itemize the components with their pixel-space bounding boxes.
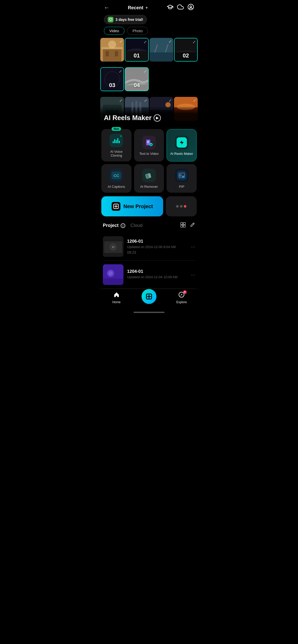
project-more-button[interactable]: ···: [191, 272, 195, 278]
media-cell[interactable]: ⤢: [100, 97, 124, 121]
media-cell[interactable]: 04 ⤢: [125, 67, 148, 91]
project-more-button[interactable]: ···: [191, 244, 195, 250]
project-tab-active[interactable]: Project: [103, 223, 119, 228]
pip-icon: [175, 169, 188, 182]
cell-number: 03: [109, 82, 115, 89]
svg-rect-52: [183, 225, 185, 227]
text-to-video-icon: ✦: [142, 136, 156, 149]
action-row: New Project: [99, 195, 199, 219]
nav-create-button[interactable]: [142, 289, 156, 304]
svg-rect-25: [139, 102, 142, 115]
ai-captions-icon: CC: [110, 169, 123, 182]
expand-icon: ⤢: [119, 39, 122, 44]
feature-grid: New ✦ AI Voice Cloning ✦: [99, 125, 199, 195]
feature-label: AI Voice Cloning: [104, 150, 128, 157]
home-indicator: [134, 312, 164, 313]
project-name: 1206-01: [127, 239, 187, 244]
trial-label: 3 days free trial!: [115, 18, 143, 22]
project-thumbnail: [103, 236, 123, 257]
grid-view-icon[interactable]: [180, 222, 186, 229]
cloud-icon[interactable]: [177, 4, 184, 12]
header-icons-group: [167, 4, 194, 12]
media-grid: ⤢ 01 ⤢ ⤢ 02 ⤢ 03 ⤢ 04 ⤢: [99, 38, 199, 125]
media-cell[interactable]: ⤢: [150, 38, 173, 62]
voice-cloning-icon: ✦: [110, 134, 123, 147]
media-cell[interactable]: ⤢: [125, 97, 148, 121]
new-project-label: New Project: [123, 204, 153, 209]
svg-rect-6: [115, 51, 118, 56]
sparkle-icon: ✦: [120, 135, 122, 138]
media-cell[interactable]: ⤢: [174, 97, 198, 121]
media-cell[interactable]: ⤢: [100, 38, 124, 62]
svg-marker-66: [180, 294, 183, 296]
expand-icon: ⤢: [193, 98, 196, 103]
nav-explore[interactable]: ❤ Explore: [171, 292, 192, 304]
svg-marker-45: [180, 175, 181, 176]
svg-rect-49: [181, 223, 183, 225]
explore-icon-wrap: ❤: [178, 292, 185, 299]
svg-rect-20: [106, 110, 119, 118]
svg-point-60: [109, 271, 113, 275]
filter-tab-photo[interactable]: Photo: [127, 27, 148, 35]
expand-icon: ⤢: [119, 69, 122, 73]
expand-icon: ⤢: [144, 98, 147, 103]
dot-2: [180, 205, 183, 208]
expand-icon: ⤢: [144, 69, 147, 73]
project-name: 1204-01: [127, 269, 187, 274]
media-cell[interactable]: ⤢: [150, 97, 173, 121]
ai-remover-icon: [142, 169, 156, 182]
project-info: 1204-01 Updated on 2024-12-04 10:09 AM: [127, 269, 187, 281]
ai-reels-icon: [175, 136, 188, 149]
feature-label: AI Captions: [108, 185, 125, 189]
svg-rect-27: [150, 110, 173, 121]
project-item[interactable]: 1206-01 Updated on 2024-12-06 8:04 AM 09…: [103, 233, 195, 261]
app-header: ← Recent ▼: [99, 0, 199, 14]
header-title-text: Recent: [128, 5, 143, 11]
svg-point-31: [177, 104, 195, 110]
new-badge: New: [112, 127, 121, 131]
feature-label: Text to Video: [139, 152, 159, 156]
project-info: 1206-01 Updated on 2024-12-06 8:04 AM 09…: [127, 239, 187, 255]
trial-banner[interactable]: 🛡 3 days free trial!: [104, 15, 147, 24]
dot-1: [176, 205, 179, 208]
svg-rect-43: [182, 176, 184, 177]
expand-icon: ⤢: [169, 98, 172, 103]
cell-number: 04: [134, 82, 140, 89]
back-button[interactable]: ←: [104, 4, 110, 11]
feature-pip[interactable]: PIP: [167, 164, 197, 193]
feature-ai-captions[interactable]: CC AI Captions: [101, 164, 131, 193]
bottom-nav: Home ❤ Explore: [99, 289, 199, 310]
feature-ai-reels[interactable]: AI Reels Maker: [167, 129, 197, 162]
svg-rect-23: [131, 102, 134, 115]
trial-icon: 🛡: [108, 17, 113, 22]
project-item[interactable]: 1204-01 Updated on 2024-12-04 10:09 AM ·…: [103, 261, 195, 289]
new-project-button[interactable]: New Project: [101, 196, 163, 216]
feature-label: AI Remover: [140, 185, 158, 189]
love-badge: ❤: [183, 290, 187, 294]
media-cell[interactable]: 01 ⤢: [125, 38, 148, 62]
graduation-icon[interactable]: [167, 4, 173, 12]
svg-rect-61: [103, 278, 123, 285]
media-cell[interactable]: 03 ⤢: [100, 67, 124, 91]
svg-rect-5: [106, 51, 109, 56]
nav-home-label: Home: [112, 300, 121, 304]
feature-text-to-video[interactable]: ✦ Text to Video: [134, 129, 164, 162]
expand-icon: ⤢: [119, 98, 122, 103]
feature-label: AI Reels Maker: [170, 152, 193, 156]
filter-tab-video[interactable]: Video: [104, 27, 125, 35]
feature-ai-remover[interactable]: AI Remover: [134, 164, 164, 193]
feature-label: PIP: [179, 185, 184, 189]
info-icon: i: [121, 223, 125, 228]
project-duration: 09:23: [127, 250, 187, 255]
dot-3: [184, 205, 186, 208]
edit-icon[interactable]: [189, 222, 195, 229]
svg-rect-10: [150, 52, 173, 62]
header-title-area[interactable]: Recent ▼: [128, 5, 148, 11]
media-cell[interactable]: 02 ⤢: [174, 38, 198, 62]
more-card[interactable]: [166, 196, 197, 216]
profile-icon[interactable]: [187, 4, 194, 12]
project-date: Updated on 2024-12-06 8:04 AM: [127, 245, 187, 249]
feature-voice-cloning[interactable]: New ✦ AI Voice Cloning: [101, 129, 131, 162]
nav-home[interactable]: Home: [106, 292, 127, 304]
project-tab-cloud[interactable]: Cloud: [130, 223, 143, 228]
